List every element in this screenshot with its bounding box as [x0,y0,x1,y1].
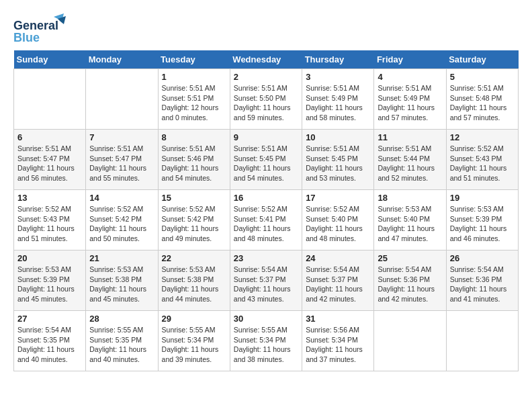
calendar-cell: 22Sunrise: 5:53 AMSunset: 5:38 PMDayligh… [158,250,230,311]
day-number: 18 [378,193,442,203]
day-number: 2 [234,72,298,82]
day-info: Sunrise: 5:52 AMSunset: 5:43 PMDaylight:… [450,144,515,183]
calendar-cell: 26Sunrise: 5:54 AMSunset: 5:36 PMDayligh… [446,250,518,311]
calendar-cell [374,311,446,371]
day-info: Sunrise: 5:51 AMSunset: 5:45 PMDaylight:… [234,144,298,183]
weekday-header-tuesday: Tuesday [158,50,230,69]
calendar-week-3: 13Sunrise: 5:52 AMSunset: 5:43 PMDayligh… [14,190,519,250]
day-info: Sunrise: 5:56 AMSunset: 5:34 PMDaylight:… [306,325,370,365]
day-info: Sunrise: 5:51 AMSunset: 5:44 PMDaylight:… [378,144,442,183]
logo: GeneralBlue [13,13,67,44]
calendar-cell: 4Sunrise: 5:51 AMSunset: 5:49 PMDaylight… [374,69,446,130]
calendar-cell: 8Sunrise: 5:51 AMSunset: 5:46 PMDaylight… [158,130,230,190]
day-number: 16 [234,193,298,203]
day-number: 19 [450,193,515,203]
day-info: Sunrise: 5:53 AMSunset: 5:40 PMDaylight:… [378,204,442,244]
day-number: 28 [89,314,154,324]
calendar-cell [14,69,86,130]
calendar-cell [446,311,518,371]
day-number: 7 [89,132,154,142]
calendar-cell: 23Sunrise: 5:54 AMSunset: 5:37 PMDayligh… [230,250,302,311]
calendar-cell: 7Sunrise: 5:51 AMSunset: 5:47 PMDaylight… [86,130,158,190]
calendar-cell: 12Sunrise: 5:52 AMSunset: 5:43 PMDayligh… [446,130,518,190]
calendar-cell: 10Sunrise: 5:51 AMSunset: 5:45 PMDayligh… [302,130,374,190]
day-info: Sunrise: 5:51 AMSunset: 5:49 PMDaylight:… [306,83,370,123]
calendar-cell: 21Sunrise: 5:53 AMSunset: 5:38 PMDayligh… [86,250,158,311]
day-number: 20 [17,253,82,263]
day-info: Sunrise: 5:54 AMSunset: 5:37 PMDaylight:… [306,265,370,304]
day-info: Sunrise: 5:53 AMSunset: 5:38 PMDaylight:… [162,265,226,304]
day-info: Sunrise: 5:54 AMSunset: 5:36 PMDaylight:… [378,265,442,304]
calendar-cell: 17Sunrise: 5:52 AMSunset: 5:40 PMDayligh… [302,190,374,250]
calendar-table: SundayMondayTuesdayWednesdayThursdayFrid… [13,50,519,371]
day-number: 26 [450,253,515,263]
logo-svg: GeneralBlue [13,13,67,44]
day-number: 29 [162,314,226,324]
calendar-cell: 13Sunrise: 5:52 AMSunset: 5:43 PMDayligh… [14,190,86,250]
day-info: Sunrise: 5:51 AMSunset: 5:45 PMDaylight:… [306,144,370,183]
day-info: Sunrise: 5:51 AMSunset: 5:47 PMDaylight:… [17,144,82,183]
calendar-cell: 20Sunrise: 5:53 AMSunset: 5:39 PMDayligh… [14,250,86,311]
calendar-cell: 11Sunrise: 5:51 AMSunset: 5:44 PMDayligh… [374,130,446,190]
day-info: Sunrise: 5:55 AMSunset: 5:35 PMDaylight:… [89,325,154,365]
calendar-cell: 29Sunrise: 5:55 AMSunset: 5:34 PMDayligh… [158,311,230,371]
day-info: Sunrise: 5:54 AMSunset: 5:35 PMDaylight:… [17,325,82,365]
weekday-header-thursday: Thursday [302,50,374,69]
day-number: 30 [234,314,298,324]
day-number: 6 [17,132,82,142]
day-number: 13 [17,193,82,203]
page-header: GeneralBlue [13,13,519,44]
calendar-cell: 14Sunrise: 5:52 AMSunset: 5:42 PMDayligh… [86,190,158,250]
day-info: Sunrise: 5:53 AMSunset: 5:39 PMDaylight:… [17,265,82,304]
weekday-header-monday: Monday [86,50,158,69]
day-number: 22 [162,253,226,263]
calendar-week-5: 27Sunrise: 5:54 AMSunset: 5:35 PMDayligh… [14,311,519,371]
day-info: Sunrise: 5:51 AMSunset: 5:49 PMDaylight:… [378,83,442,123]
calendar-cell: 6Sunrise: 5:51 AMSunset: 5:47 PMDaylight… [14,130,86,190]
day-info: Sunrise: 5:53 AMSunset: 5:38 PMDaylight:… [89,265,154,304]
day-info: Sunrise: 5:51 AMSunset: 5:47 PMDaylight:… [89,144,154,183]
calendar-cell: 30Sunrise: 5:55 AMSunset: 5:34 PMDayligh… [230,311,302,371]
calendar-cell: 19Sunrise: 5:53 AMSunset: 5:39 PMDayligh… [446,190,518,250]
day-number: 10 [306,132,370,142]
day-info: Sunrise: 5:51 AMSunset: 5:50 PMDaylight:… [234,83,298,123]
day-info: Sunrise: 5:55 AMSunset: 5:34 PMDaylight:… [234,325,298,365]
day-number: 11 [378,132,442,142]
calendar-cell: 15Sunrise: 5:52 AMSunset: 5:42 PMDayligh… [158,190,230,250]
weekday-header-friday: Friday [374,50,446,69]
weekday-header-wednesday: Wednesday [230,50,302,69]
calendar-cell: 9Sunrise: 5:51 AMSunset: 5:45 PMDaylight… [230,130,302,190]
day-info: Sunrise: 5:52 AMSunset: 5:42 PMDaylight:… [89,204,154,244]
svg-text:General: General [13,19,58,32]
day-number: 1 [162,72,226,82]
day-number: 4 [378,72,442,82]
day-number: 25 [378,253,442,263]
day-info: Sunrise: 5:52 AMSunset: 5:43 PMDaylight:… [17,204,82,244]
calendar-week-4: 20Sunrise: 5:53 AMSunset: 5:39 PMDayligh… [14,250,519,311]
calendar-cell: 18Sunrise: 5:53 AMSunset: 5:40 PMDayligh… [374,190,446,250]
weekday-header-saturday: Saturday [446,50,518,69]
day-number: 14 [89,193,154,203]
day-info: Sunrise: 5:55 AMSunset: 5:34 PMDaylight:… [162,325,226,365]
day-number: 23 [234,253,298,263]
day-number: 5 [450,72,515,82]
day-number: 17 [306,193,370,203]
weekday-header-sunday: Sunday [14,50,86,69]
day-number: 24 [306,253,370,263]
day-number: 12 [450,132,515,142]
day-info: Sunrise: 5:53 AMSunset: 5:39 PMDaylight:… [450,204,515,244]
day-info: Sunrise: 5:52 AMSunset: 5:41 PMDaylight:… [234,204,298,244]
calendar-cell: 5Sunrise: 5:51 AMSunset: 5:48 PMDaylight… [446,69,518,130]
calendar-cell: 27Sunrise: 5:54 AMSunset: 5:35 PMDayligh… [14,311,86,371]
day-info: Sunrise: 5:52 AMSunset: 5:40 PMDaylight:… [306,204,370,244]
calendar-week-1: 1Sunrise: 5:51 AMSunset: 5:51 PMDaylight… [14,69,519,130]
day-info: Sunrise: 5:54 AMSunset: 5:37 PMDaylight:… [234,265,298,304]
day-info: Sunrise: 5:52 AMSunset: 5:42 PMDaylight:… [162,204,226,244]
day-info: Sunrise: 5:54 AMSunset: 5:36 PMDaylight:… [450,265,515,304]
calendar-week-2: 6Sunrise: 5:51 AMSunset: 5:47 PMDaylight… [14,130,519,190]
calendar-cell: 28Sunrise: 5:55 AMSunset: 5:35 PMDayligh… [86,311,158,371]
calendar-cell: 24Sunrise: 5:54 AMSunset: 5:37 PMDayligh… [302,250,374,311]
day-number: 21 [89,253,154,263]
calendar-cell [86,69,158,130]
calendar-cell: 25Sunrise: 5:54 AMSunset: 5:36 PMDayligh… [374,250,446,311]
